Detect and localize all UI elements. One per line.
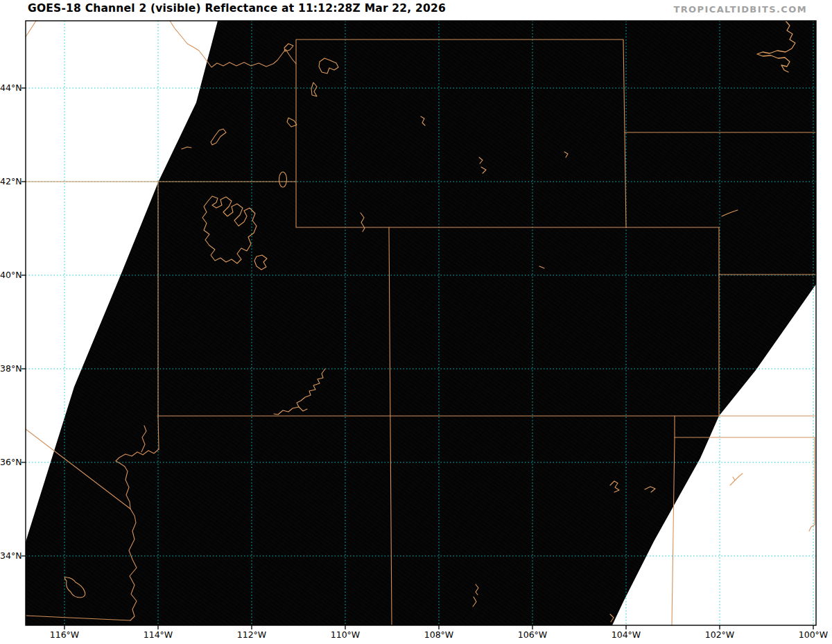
lon-label-104w: 104°W bbox=[604, 629, 648, 641]
page: { "header": { "title": "GOES-18 Channel … bbox=[0, 0, 832, 644]
satellite-map bbox=[0, 0, 832, 644]
lon-label-114w: 114°W bbox=[136, 629, 180, 641]
lat-label-40n: 40°N bbox=[0, 270, 21, 281]
texas-100w-border bbox=[809, 437, 815, 531]
satellite-data-region bbox=[26, 21, 816, 625]
lon-label-108w: 108°W bbox=[417, 629, 461, 641]
scan-footprint bbox=[26, 21, 816, 625]
lat-label-38n: 38°N bbox=[0, 363, 21, 374]
lon-label-106w: 106°W bbox=[510, 629, 555, 641]
lat-label-34n: 34°N bbox=[0, 550, 21, 562]
lon-label-110w: 110°W bbox=[323, 629, 367, 641]
lat-label-44n: 44°N bbox=[0, 82, 21, 94]
lon-label-102w: 102°W bbox=[697, 629, 742, 641]
snake-river-corner bbox=[26, 21, 36, 37]
lake-meredith bbox=[730, 473, 743, 485]
lon-label-112w: 112°W bbox=[229, 629, 274, 641]
lat-label-42n: 42°N bbox=[0, 176, 21, 187]
left-ticks bbox=[21, 88, 26, 556]
lon-label-116w: 116°W bbox=[42, 629, 87, 641]
lat-label-36n: 36°N bbox=[0, 457, 21, 468]
lon-label-100w: 100°W bbox=[791, 629, 832, 641]
